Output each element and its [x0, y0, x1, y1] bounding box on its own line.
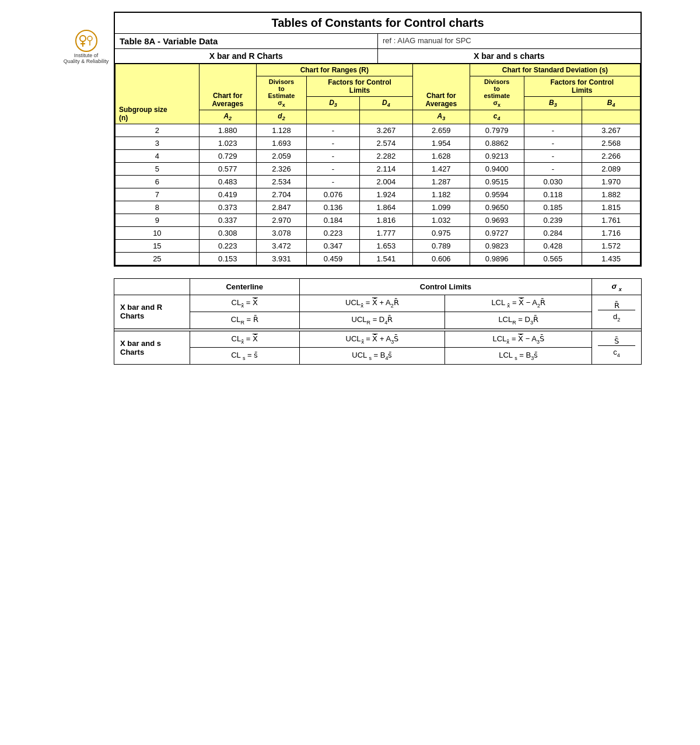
section-headers: X bar and R Charts X bar and s charts: [115, 49, 640, 64]
xbar-r-row-2: CLR = R̄ UCLR = D4R̄ LCLR = D3R̄: [114, 312, 642, 328]
table-row: 6 0.483 2.534 - 2.004 1.287 0.9515 0.030…: [116, 175, 640, 188]
table-row: 25 0.153 3.931 0.459 1.541 0.606 0.9896 …: [116, 252, 640, 265]
A2-header: A2: [199, 110, 256, 124]
cell-n: 4: [116, 149, 200, 162]
subgroup-size-header: Subgroup size(n): [116, 64, 200, 124]
main-title: Tables of Constants for Control charts: [115, 13, 640, 34]
xbar-s-label: X bar and s Charts: [114, 331, 190, 364]
cell-n: 10: [116, 226, 200, 239]
d2-header: d2: [256, 110, 306, 124]
B4-label: [582, 110, 640, 124]
cell-B3: -: [524, 162, 582, 175]
cell-c4: 0.9400: [470, 162, 524, 175]
xbar-r-lcl-2: LCLR = D3R̄: [445, 312, 592, 328]
cell-D3: 0.459: [307, 252, 360, 265]
cell-B3: -: [524, 149, 582, 162]
cell-c4: 0.9896: [470, 252, 524, 265]
cell-c4: 0.8862: [470, 137, 524, 149]
xbar-r-ucl-1: UCLx̄ = X̄ + A2R̄: [299, 295, 445, 312]
xbar-s-row-1: X bar and s Charts CLx̄ = X̄ UCLx̄ = X̄ …: [114, 331, 642, 348]
cell-n: 9: [116, 214, 200, 226]
cell-c4: 0.9727: [470, 226, 524, 239]
data-table: Subgroup size(n) Chart forAverages Chart…: [115, 64, 640, 265]
cell-D4: 1.864: [359, 201, 412, 214]
table-row: 2 1.880 1.128 - 3.267 2.659 0.7979 - 3.2…: [116, 124, 640, 137]
cell-D3: 0.223: [307, 226, 360, 239]
cell-D4: 3.267: [359, 124, 412, 137]
logo-icon: [75, 29, 98, 53]
cell-A3: 1.427: [412, 162, 470, 175]
table-row: 5 0.577 2.326 - 2.114 1.427 0.9400 - 2.0…: [116, 162, 640, 175]
cell-D4: 2.114: [359, 162, 412, 175]
xbar-s-lcl-2: LCL s = B3s̄: [445, 348, 592, 365]
xbar-s-sigma: S̄c4: [592, 331, 642, 364]
D4-header: D4: [359, 97, 412, 110]
B3-label: [524, 110, 582, 124]
xbar-s-cl-2: CL s = s̄: [190, 348, 300, 365]
cell-B3: -: [524, 137, 582, 149]
cell-A3: 0.606: [412, 252, 470, 265]
D4-label: [359, 110, 412, 124]
cell-D3: 0.136: [307, 201, 360, 214]
cell-D4: 1.541: [359, 252, 412, 265]
table-row: 8 0.373 2.847 0.136 1.864 1.099 0.9650 0…: [116, 201, 640, 214]
xbar-r-ucl-2: UCLR = D4R̄: [299, 312, 445, 328]
cell-D4: 2.282: [359, 149, 412, 162]
logo-text-line1: Institute of: [74, 53, 99, 58]
cell-D3: -: [307, 149, 360, 162]
cell-A2: 1.880: [199, 124, 256, 137]
cell-A3: 1.954: [412, 137, 470, 149]
cell-D3: -: [307, 162, 360, 175]
cell-c4: 0.9693: [470, 214, 524, 226]
centerline-header: Centerline: [190, 278, 300, 295]
table-row: 10 0.308 3.078 0.223 1.777 0.975 0.9727 …: [116, 226, 640, 239]
cell-A2: 0.373: [199, 201, 256, 214]
cell-A3: 1.182: [412, 188, 470, 201]
cell-A2: 0.337: [199, 214, 256, 226]
chart-ranges-header: Chart for Ranges (R): [256, 64, 412, 76]
D3-header: D3: [307, 97, 360, 110]
sigma-x-header: σ x: [592, 278, 642, 295]
cell-d2: 2.534: [256, 175, 306, 188]
table-row: 15 0.223 3.472 0.347 1.653 0.789 0.9823 …: [116, 239, 640, 252]
formulas-section: Centerline Control Limits σ x X bar and …: [114, 278, 642, 365]
c4-header: c4: [470, 110, 524, 124]
cell-d2: 1.128: [256, 124, 306, 137]
cell-A3: 1.287: [412, 175, 470, 188]
cell-B4: 1.882: [582, 188, 640, 201]
svg-point-1: [80, 36, 86, 41]
formulas-table: Centerline Control Limits σ x X bar and …: [114, 278, 642, 365]
B4-header: B4: [582, 97, 640, 110]
cell-c4: 0.9213: [470, 149, 524, 162]
cell-A3: 1.032: [412, 214, 470, 226]
cell-B3: -: [524, 124, 582, 137]
cell-D3: 0.184: [307, 214, 360, 226]
chart-averages-2-header: Chart forAverages: [412, 64, 470, 110]
cell-A2: 0.308: [199, 226, 256, 239]
cell-D3: 0.347: [307, 239, 360, 252]
cell-D4: 1.777: [359, 226, 412, 239]
section-xbar-s-header: X bar and s charts: [378, 49, 641, 63]
cell-d2: 2.847: [256, 201, 306, 214]
cell-A3: 2.659: [412, 124, 470, 137]
cell-c4: 0.9823: [470, 239, 524, 252]
cell-D3: -: [307, 137, 360, 149]
cell-D4: 1.816: [359, 214, 412, 226]
control-limits-header: Control Limits: [299, 278, 592, 295]
cell-A2: 0.153: [199, 252, 256, 265]
xbar-s-cl-1: CLx̄ = X̄: [190, 331, 300, 348]
cell-D4: 1.924: [359, 188, 412, 201]
cell-c4: 0.9650: [470, 201, 524, 214]
cell-d2: 2.970: [256, 214, 306, 226]
xbar-r-row-1: X bar and R Charts CLx̄ = X̄ UCLx̄ = X̄ …: [114, 295, 642, 312]
cell-B4: 2.089: [582, 162, 640, 175]
cell-n: 2: [116, 124, 200, 137]
cell-B3: 0.565: [524, 252, 582, 265]
section-xbar-r-header: X bar and R Charts: [115, 49, 378, 63]
cell-D3: -: [307, 175, 360, 188]
subtitle-row: Table 8A - Variable Data ref : AIAG manu…: [115, 34, 640, 49]
cell-A2: 0.577: [199, 162, 256, 175]
cell-d2: 2.704: [256, 188, 306, 201]
formulas-empty-header: [114, 278, 190, 295]
svg-point-4: [88, 36, 92, 41]
